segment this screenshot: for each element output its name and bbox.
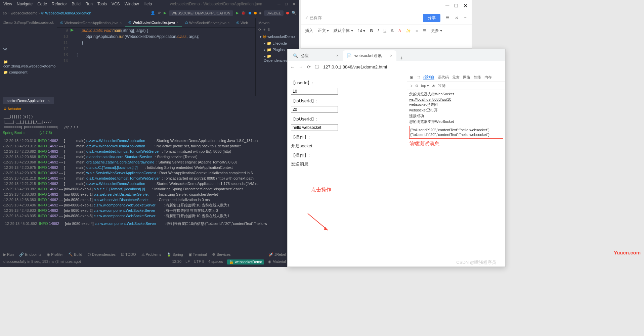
search-icon[interactable]: 🔍 (292, 11, 296, 15)
dt-sources[interactable]: 源代码 (438, 75, 449, 80)
close-icon[interactable]: × (176, 20, 178, 24)
run-play-icon[interactable]: ▶ (236, 11, 239, 15)
profile-icon[interactable] (254, 12, 257, 14)
status-lf[interactable]: LF (185, 259, 190, 265)
dt-memory[interactable]: 内存 (484, 75, 492, 80)
rec-icon[interactable] (286, 12, 289, 14)
tab-websocket[interactable]: 📄 websocket通讯 × (343, 50, 396, 61)
menu-build[interactable]: Build (72, 2, 81, 6)
bt-profiler[interactable]: ◉ Profiler (47, 252, 63, 257)
dt-elements[interactable]: 元素 (452, 75, 460, 80)
menu-code[interactable]: Code (37, 2, 47, 6)
eye-icon[interactable]: 👁 (432, 84, 435, 88)
devtools-console[interactable]: 您的浏览器支持WebSocket ws://localhost:8080/ws/… (407, 90, 505, 267)
align-icon[interactable]: ≡ (416, 29, 418, 33)
close-icon[interactable]: × (336, 53, 339, 58)
info-icon[interactable]: ⓘ (315, 64, 319, 70)
download-icon[interactable]: ⬇ (267, 28, 270, 32)
top-select[interactable]: top ▾ (421, 84, 429, 88)
list-icon[interactable]: ☰ (423, 29, 426, 33)
tree-pkg2[interactable]: 📁 component (1, 69, 55, 76)
tab-server[interactable]: ©WebSocketServer.java× (182, 19, 233, 26)
maven-lifecycle[interactable]: ▸ 📁 Lifecycle (257, 40, 298, 47)
device-icon[interactable]: ▣ (410, 75, 413, 80)
underline-icon[interactable]: U (383, 29, 386, 33)
menu-navigate[interactable]: Navigate (17, 2, 33, 6)
close-icon[interactable]: × (48, 99, 50, 103)
color-icon[interactable]: A (398, 29, 401, 33)
refresh-icon[interactable]: ⟳ (258, 28, 261, 32)
bt-endpoints[interactable]: 🔗 Endpoints (19, 252, 41, 257)
dt-perf[interactable]: 性能 (474, 75, 481, 80)
dt-network[interactable]: 网络 (463, 75, 470, 80)
font-select[interactable]: 默认字体 ▾ (334, 28, 353, 34)
play-icon[interactable]: ▷ (410, 84, 413, 88)
bold-icon[interactable]: B (370, 29, 373, 33)
stop-icon[interactable]: ■ (259, 11, 262, 15)
strike-icon[interactable]: S̶ (391, 29, 394, 33)
bt-problems[interactable]: ⚠ Problems (141, 252, 162, 257)
more-icon[interactable]: ⋯ (464, 15, 468, 20)
size-select[interactable]: 14 ▾ (358, 29, 366, 33)
maximize-icon[interactable]: □ (455, 3, 458, 9)
close-icon[interactable]: ✕ (292, 2, 296, 6)
insert-menu[interactable]: 插入 (305, 28, 313, 34)
bt-services[interactable]: ⚙ Services (212, 252, 230, 257)
style-select[interactable]: 正文 ▾ (318, 28, 329, 34)
menu-window[interactable]: Window (125, 2, 139, 6)
list-icon[interactable]: ☰ (446, 15, 449, 20)
highlight-icon[interactable]: ✨ (406, 29, 411, 33)
url-input[interactable]: 127.0.0.1:8848/vue1/dome2.html (323, 64, 503, 69)
user-icon[interactable]: 👤 (151, 11, 155, 15)
tree-file[interactable]: va (1, 46, 55, 52)
italic-icon[interactable]: I (378, 29, 379, 33)
close-icon[interactable]: × (228, 21, 230, 25)
jrebel-select[interactable]: JREBEL (264, 10, 284, 16)
sync-icon[interactable]: ⟳ (158, 11, 161, 15)
menu-help[interactable]: Help (143, 2, 152, 6)
minimize-icon[interactable]: ─ (445, 3, 449, 9)
dt-console[interactable]: 控制台 (423, 75, 434, 80)
status-pos[interactable]: 12:30 (172, 259, 181, 265)
console-output[interactable]: ___) | | | | ) )) ) ) ) |____| .__|_| |_… (0, 112, 299, 267)
menu-refactor[interactable]: Refactor (52, 2, 67, 6)
bt-todo[interactable]: ☑ TODO (121, 252, 136, 257)
status-enc[interactable]: UTF-8 (194, 259, 204, 265)
bt-deps[interactable]: ⬡ Dependencies (88, 252, 116, 257)
tab-controller[interactable]: ©WebSocketController.java× (125, 19, 182, 27)
run-icon[interactable]: ▶ (164, 11, 166, 15)
filter-input[interactable]: 过滤 (438, 83, 445, 88)
tab-web[interactable]: ©Web (233, 19, 252, 26)
status-project[interactable]: 🔓 websocketDemo (227, 259, 264, 265)
tab-app[interactable]: ©WebsocketDemoApplication.java× (57, 19, 125, 26)
link-open-socket[interactable]: 开启socket (291, 143, 403, 149)
maximize-icon[interactable]: □ (285, 2, 288, 6)
bt-build[interactable]: 🔨 Build (68, 252, 82, 257)
clear-icon[interactable]: ⊘ (415, 84, 418, 88)
close-icon[interactable]: × (390, 53, 392, 58)
maven-root[interactable]: ▾ ⓜ websocketDemo (257, 33, 298, 40)
run-config-select[interactable]: WEBSOCKETDEMOAPPLICATION (169, 10, 233, 16)
menu-view[interactable]: View (3, 2, 12, 6)
forward-icon[interactable]: → (299, 64, 303, 69)
close-icon[interactable]: × (120, 21, 122, 25)
input-content[interactable] (291, 124, 338, 131)
menu-run[interactable]: Run (85, 2, 93, 6)
menu-vcs[interactable]: VCS (112, 2, 120, 6)
input-userid[interactable] (291, 88, 338, 95)
tab-bing[interactable]: 🔍 必应 × (289, 50, 343, 61)
share-button[interactable]: 分享 (423, 14, 440, 22)
link-send-msg[interactable]: 发送消息 (291, 161, 403, 167)
status-indent[interactable]: 4 spaces (208, 259, 223, 265)
bc-3[interactable]: © WebsocketDemoApplication (41, 11, 91, 15)
more-format[interactable]: 更多 ▾ (431, 28, 442, 34)
minimize-icon[interactable]: ─ (277, 2, 281, 6)
input-touserid[interactable] (291, 106, 338, 113)
inspect-icon[interactable]: ⬚ (417, 75, 420, 80)
bt-terminal[interactable]: ▣ Terminal (188, 252, 207, 257)
reload-icon[interactable]: ⟳ (307, 64, 311, 69)
run-tab-app[interactable]: socketDemoApplication × (3, 97, 54, 104)
menu-tools[interactable]: Tools (97, 2, 107, 6)
debug-icon[interactable]: 🐞 (241, 11, 246, 15)
bt-run[interactable]: ▶ Run (3, 252, 14, 257)
